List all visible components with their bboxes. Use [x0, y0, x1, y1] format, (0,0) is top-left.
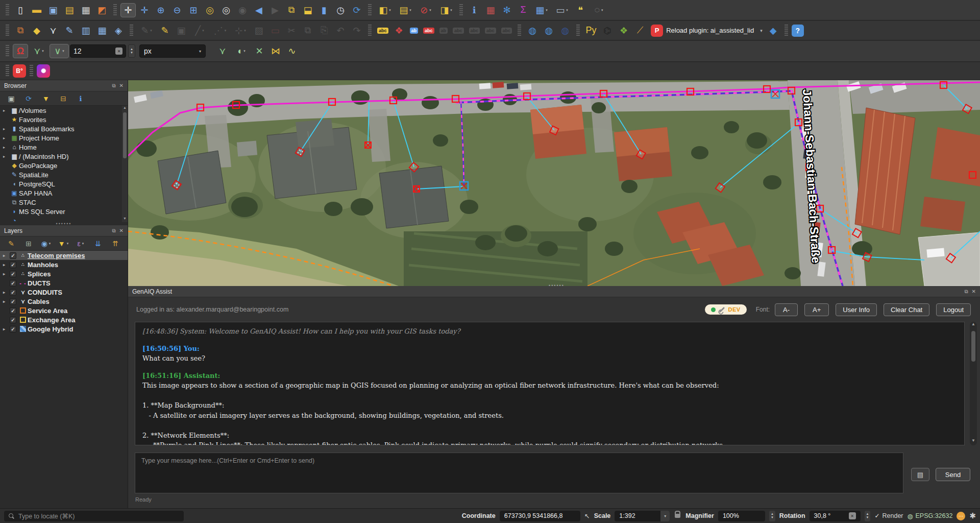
- add-group-icon[interactable]: ⊞: [22, 238, 35, 249]
- chevron-down-icon[interactable]: ▾: [660, 511, 670, 521]
- identify-features-icon[interactable]: ℹ: [467, 3, 482, 17]
- layer-diagram-icon[interactable]: ❖: [391, 23, 407, 38]
- paste-features-icon[interactable]: ⎘: [316, 23, 332, 38]
- zoom-in-icon[interactable]: ⊕: [153, 3, 168, 17]
- metasearch-icon[interactable]: ◍: [525, 23, 540, 38]
- label-pin-icon[interactable]: ab: [410, 28, 419, 34]
- new-map-view-icon[interactable]: ⧉: [284, 3, 299, 17]
- digitize-icon[interactable]: ╱: [190, 23, 209, 38]
- filter-legend-icon[interactable]: ▼: [57, 238, 69, 249]
- browser-item[interactable]: ▸▆/ (Macintosh HD): [0, 152, 128, 161]
- layer-item[interactable]: ▸✓∴Splices: [0, 269, 128, 278]
- delete-selected-icon[interactable]: ▭: [267, 23, 283, 38]
- project-new-icon[interactable]: ▯: [13, 3, 28, 17]
- project-save-icon[interactable]: ▣: [45, 3, 61, 17]
- avoid-overlap-icon[interactable]: ◖: [231, 44, 251, 58]
- expand-icon[interactable]: ▸: [3, 290, 10, 295]
- annotation-icon[interactable]: ◌: [589, 3, 608, 17]
- add-circular-string-icon[interactable]: ⋰: [210, 23, 230, 38]
- toolbar-handle[interactable]: [6, 25, 9, 37]
- topological-editing-icon[interactable]: ⋎: [215, 44, 230, 58]
- genaiq-plugin-icon[interactable]: ✺: [37, 64, 50, 78]
- enable-tracing-icon[interactable]: ✕: [252, 44, 267, 58]
- expand-icon[interactable]: ▸: [3, 263, 10, 267]
- new-print-layout-icon[interactable]: ▤: [62, 3, 77, 17]
- layer-item[interactable]: ✓Exchange Area: [0, 315, 128, 324]
- filter-browser-icon[interactable]: ▼: [40, 93, 52, 104]
- select-by-location-icon[interactable]: ◨: [436, 3, 456, 17]
- attach-button[interactable]: ▤: [911, 468, 929, 481]
- select-features-icon[interactable]: ◧: [375, 3, 395, 17]
- toolbar-handle[interactable]: [368, 4, 372, 16]
- toolbar-handle[interactable]: [6, 4, 9, 16]
- browser-scrollbar[interactable]: ▲ ▼: [122, 106, 128, 222]
- gear-icon[interactable]: ✱: [969, 511, 976, 520]
- render-checkbox[interactable]: ✓Render: [874, 512, 903, 519]
- add-wms-service-icon[interactable]: ◍: [541, 23, 556, 38]
- expand-icon[interactable]: ▸: [3, 127, 10, 131]
- layer-visibility-checkbox[interactable]: ✓: [10, 271, 16, 277]
- font-increase-button[interactable]: A+: [804, 303, 829, 316]
- float-panel-icon[interactable]: ⧉: [112, 228, 115, 234]
- toolbar-handle[interactable]: [6, 45, 9, 57]
- new-shapefile-layer-icon[interactable]: ⋎: [45, 23, 61, 38]
- change-label-icon[interactable]: abc: [501, 28, 512, 34]
- rotation-spinner[interactable]: ▲▼: [865, 511, 871, 521]
- toolbar-handle[interactable]: [368, 25, 372, 37]
- extents-pointer-icon[interactable]: ↖: [584, 512, 590, 520]
- scroll-down-icon[interactable]: ▼: [123, 217, 127, 222]
- zoom-native-icon[interactable]: ◉: [235, 3, 250, 17]
- map-canvas[interactable]: Johann-Sebastian-Bach-Straße: [128, 80, 980, 286]
- expand-icon[interactable]: ▸: [3, 154, 10, 159]
- user-info-button[interactable]: User Info: [836, 303, 877, 316]
- layer-visibility-checkbox[interactable]: ✓: [10, 262, 16, 268]
- toolbar-handle[interactable]: [130, 25, 133, 37]
- browser-item[interactable]: ◔: [0, 216, 128, 222]
- clear-chat-button[interactable]: Clear Chat: [884, 303, 929, 316]
- processing-toolbox-icon[interactable]: ✻: [499, 3, 514, 17]
- save-edits-icon[interactable]: ▣: [174, 23, 189, 38]
- expand-icon[interactable]: ▸: [3, 145, 10, 150]
- modify-attributes-icon[interactable]: ▨: [251, 23, 266, 38]
- expand-icon[interactable]: ▸: [3, 108, 10, 113]
- new-geopackage-layer-icon[interactable]: ◆: [29, 23, 44, 38]
- expand-icon[interactable]: ▸: [3, 299, 10, 304]
- coordinate-field[interactable]: 673730,9 5341866,8: [500, 511, 580, 521]
- layer-visibility-checkbox[interactable]: ✓: [10, 280, 16, 287]
- scroll-up-icon[interactable]: ▲: [971, 322, 975, 329]
- refresh-browser-icon[interactable]: ⟳: [22, 93, 35, 104]
- layer-item[interactable]: ▸✓⋎CONDUITS: [0, 288, 128, 297]
- toolbar-handle[interactable]: [576, 25, 580, 37]
- style-manager-icon[interactable]: ◩: [94, 3, 110, 17]
- label-unpin-icon[interactable]: abc: [423, 28, 434, 34]
- magnifier-field[interactable]: 100%: [718, 511, 765, 521]
- lock-scale-icon[interactable]: [675, 514, 680, 518]
- search-layers-icon[interactable]: ◍: [557, 23, 573, 38]
- font-decrease-button[interactable]: A-: [775, 303, 798, 316]
- scroll-thumb[interactable]: [123, 112, 127, 158]
- expand-icon[interactable]: ▸: [3, 327, 10, 331]
- enable-snapping-icon[interactable]: Ω: [13, 44, 28, 58]
- zoom-out-icon[interactable]: ⊖: [169, 3, 185, 17]
- browser-item[interactable]: ◆GeoPackage: [0, 161, 128, 170]
- pin-labels-icon[interactable]: abc: [453, 28, 464, 34]
- crs-status[interactable]: ◍EPSG:32632: [908, 512, 953, 520]
- expand-icon[interactable]: ▸: [3, 272, 10, 276]
- map-tips-icon[interactable]: ❝: [573, 3, 588, 17]
- close-panel-icon[interactable]: ✕: [119, 228, 124, 233]
- redo-icon[interactable]: ↷: [349, 23, 364, 38]
- properties-icon[interactable]: ℹ: [75, 93, 87, 104]
- browser-item[interactable]: ⧉STAC: [0, 198, 128, 207]
- deselect-all-icon[interactable]: ⊘: [416, 3, 435, 17]
- toolbar-handle[interactable]: [459, 4, 463, 16]
- current-edits-icon[interactable]: ✎: [137, 23, 156, 38]
- plugin-builder-icon[interactable]: ⟋: [632, 23, 648, 38]
- layer-visibility-checkbox[interactable]: ✓: [10, 326, 16, 332]
- browser-item[interactable]: ▸▮Spatial Bookmarks: [0, 124, 128, 133]
- pyqgis-api-icon[interactable]: ❖: [616, 23, 631, 38]
- clear-icon[interactable]: ✕: [849, 512, 856, 519]
- layer-item[interactable]: ✓Service Area: [0, 306, 128, 315]
- help-contents-icon[interactable]: ?: [792, 25, 804, 37]
- magnifier-spinner[interactable]: ▲▼: [769, 511, 775, 521]
- zoom-to-selection-icon[interactable]: ◎: [218, 3, 234, 17]
